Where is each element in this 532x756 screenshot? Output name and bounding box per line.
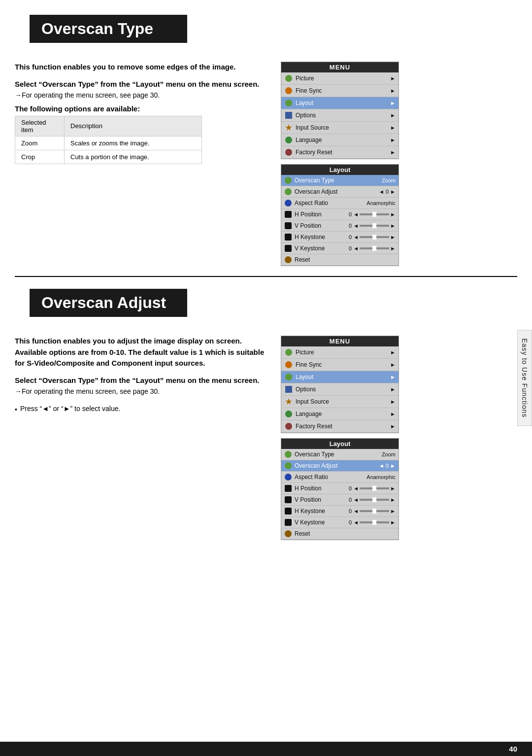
table-row1-desc: Scales or zooms the image. [65, 136, 202, 150]
layout-panel-1: Layout Overscan Type Zoom Overscan Adjus… [281, 164, 399, 266]
layout1-item-vposition[interactable]: V Position 0 ◄► [281, 220, 399, 232]
bullet-dot: • [15, 406, 17, 413]
layout2-hposition-label: H Position [295, 485, 349, 492]
layout1-item-hkeystone[interactable]: H Keystone 0 ◄► [281, 232, 399, 243]
menu1-item-language-label: Language [296, 137, 322, 143]
layout1-item-hposition[interactable]: H Position 0 ◄► [281, 209, 399, 220]
finesync2-icon [284, 360, 293, 369]
menu2-item-layout-label: Layout [296, 374, 313, 380]
hposition-icon [284, 210, 292, 218]
layout1-hposition-label: H Position [295, 211, 349, 218]
menu1-item-inputsource-label: Input Source [296, 124, 329, 131]
layout2-icon [284, 373, 293, 381]
options2-icon [284, 385, 293, 394]
language2-icon [284, 410, 293, 418]
factoryreset2-icon [284, 422, 293, 431]
layout2-item-vkeystone[interactable]: V Keystone 0 ◄► [281, 517, 399, 528]
picture2-icon [284, 348, 293, 357]
menu2-item-inputsource[interactable]: Input Source ► [281, 396, 399, 408]
layout1-vkeystone-value: 0 ◄► [349, 245, 396, 251]
section1-title: Overscan Type [30, 15, 187, 43]
menu1-item-factoryreset[interactable]: Factory Reset ► [281, 146, 399, 159]
section1-options-table: Selected item Description Zoom Scales or… [15, 116, 202, 164]
sidebar-tab: Easy to Use Functions [517, 330, 532, 426]
layout1-item-vkeystone[interactable]: V Keystone 0 ◄► [281, 243, 399, 254]
layout2-hkeystone-value: 0 ◄► [349, 508, 396, 514]
layout2-vkeystone-value: 0 ◄► [349, 519, 396, 525]
layout1-item-reset[interactable]: Reset [281, 254, 399, 266]
hposition2-icon [284, 484, 292, 492]
layout1-aspectratio-label: Aspect Ratio [295, 200, 366, 206]
layout2-item-hposition[interactable]: H Position 0 ◄► [281, 483, 399, 494]
finesync-icon [284, 86, 293, 95]
menu2-item-picture[interactable]: Picture ► [281, 346, 399, 359]
layout2-item-vposition[interactable]: V Position 0 ◄► [281, 494, 399, 506]
layout2-item-overscantype[interactable]: Overscan Type Zoom [281, 449, 399, 460]
menu-panel-1: MENU Picture ► Fine Sync ► Layout [281, 62, 399, 159]
layout2-item-aspectratio[interactable]: Aspect Ratio Anamorphic [281, 472, 399, 483]
menu2-item-factoryreset[interactable]: Factory Reset ► [281, 420, 399, 433]
hkeystone-icon [284, 233, 292, 241]
section2-right: MENU Picture ► Fine Sync ► Layout [281, 336, 419, 540]
layout2-reset-label: Reset [295, 530, 396, 537]
vposition-icon [284, 222, 292, 230]
section-overscan-type: Overscan Type This function enables you … [0, 0, 532, 276]
overscantype2-icon [284, 450, 292, 458]
layout1-overscanadjust-value: ◄ 0 ► [379, 189, 396, 195]
layout2-overscanadjust-label: Overscan Adjust [295, 462, 379, 469]
layout1-reset-label: Reset [295, 256, 396, 263]
layout2-vposition-value: 0 ◄► [349, 497, 396, 503]
menu2-item-language[interactable]: Language ► [281, 408, 399, 420]
layout2-item-hkeystone[interactable]: H Keystone 0 ◄► [281, 506, 399, 517]
layout1-overscantype-value: Zoom [382, 177, 396, 183]
menu2-item-options-label: Options [296, 386, 316, 393]
inputsource2-icon [284, 397, 293, 406]
layout1-item-aspectratio[interactable]: Aspect Ratio Anamorphic [281, 198, 399, 209]
picture-icon [284, 74, 293, 83]
menu1-item-layout[interactable]: Layout ► [281, 97, 399, 109]
layout1-item-overscanadjust[interactable]: Overscan Adjust ◄ 0 ► [281, 186, 399, 198]
hkeystone2-icon [284, 507, 292, 515]
section-overscan-adjust: Overscan Adjust This function enables yo… [0, 277, 532, 550]
layout2-overscanadjust-value: ◄ 0 ► [379, 463, 396, 469]
language-icon [284, 136, 293, 144]
menu2-title: MENU [281, 336, 399, 346]
menu1-item-options[interactable]: Options ► [281, 109, 399, 122]
section2-arrow-note: →For operating the menu screen, see page… [15, 386, 271, 397]
layout2-item-overscanadjust[interactable]: Overscan Adjust ◄ 0 ► [281, 460, 399, 472]
menu1-item-language[interactable]: Language ► [281, 134, 399, 146]
table-row2-item: Crop [15, 150, 65, 164]
section1-left: This function enables you to remove some… [15, 62, 271, 266]
section1-title-bar: Overscan Type [15, 15, 517, 53]
layout2-vkeystone-label: V Keystone [295, 519, 349, 526]
menu2-item-layout[interactable]: Layout ► [281, 371, 399, 383]
reset-icon [284, 256, 292, 264]
layout2-vposition-label: V Position [295, 496, 349, 503]
menu1-item-finesync-label: Fine Sync [296, 87, 322, 94]
table-row2-desc: Cuts a portion of the image. [65, 150, 202, 164]
section2-title: Overscan Adjust [30, 289, 187, 317]
page-container: Overscan Type This function enables you … [0, 0, 532, 756]
vkeystone-icon [284, 244, 292, 252]
menu1-item-inputsource[interactable]: Input Source ► [281, 122, 399, 134]
layout2-item-reset[interactable]: Reset [281, 528, 399, 540]
section2-select-heading: Select “Overscan Type” from the “Layout”… [15, 376, 271, 384]
menu1-item-finesync[interactable]: Fine Sync ► [281, 85, 399, 97]
section2-bullet-text: Press “◄” or “►” to select value. [20, 405, 121, 412]
layout1-hposition-value: 0 ◄► [349, 211, 396, 217]
menu1-item-picture[interactable]: Picture ► [281, 72, 399, 85]
aspectratio2-icon [284, 473, 292, 481]
menu2-item-finesync[interactable]: Fine Sync ► [281, 359, 399, 371]
layout1-hkeystone-value: 0 ◄► [349, 234, 396, 240]
table-row: Zoom Scales or zooms the image. [15, 136, 202, 150]
menu-panel-2: MENU Picture ► Fine Sync ► Layout [281, 336, 399, 433]
menu1-item-layout-label: Layout [296, 100, 313, 106]
section2-description: This function enables you to adjust the … [15, 336, 271, 369]
layout2-hkeystone-label: H Keystone [295, 508, 349, 515]
layout2-aspectratio-label: Aspect Ratio [295, 474, 366, 481]
layout1-item-overscantype[interactable]: Overscan Type Zoom [281, 175, 399, 186]
layout2-overscantype-label: Overscan Type [295, 451, 382, 458]
menu2-item-options[interactable]: Options ► [281, 383, 399, 396]
layout-panel-2: Layout Overscan Type Zoom Overscan Adjus… [281, 438, 399, 540]
menu1-item-picture-label: Picture [296, 75, 314, 82]
